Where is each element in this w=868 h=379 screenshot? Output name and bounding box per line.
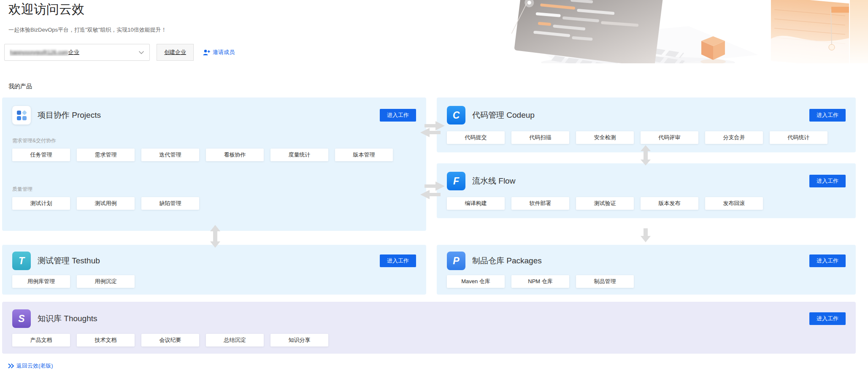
codeup-icon: C	[447, 106, 465, 125]
feature-chip[interactable]: 代码评审	[641, 131, 698, 144]
feature-chip[interactable]: 分支合并	[705, 131, 763, 144]
flow-chip-row: 编译构建软件部署测试验证版本发布发布回滚	[447, 197, 846, 210]
card-thoughts-header: S 知识库 Thoughts 进入工作	[12, 309, 846, 328]
packages-icon: P	[447, 252, 465, 270]
thoughts-enter-work-button[interactable]: 进入工作	[809, 312, 846, 325]
projects-section-label-quality: 质量管理	[12, 186, 416, 193]
double-chevron-right-icon	[8, 363, 14, 369]
feature-chip[interactable]: 版本管理	[335, 149, 393, 161]
chevron-down-icon	[138, 51, 144, 54]
feature-chip[interactable]: 用例库管理	[12, 275, 70, 288]
feature-chip[interactable]: 代码统计	[770, 131, 827, 144]
enterprise-select[interactable]: happyxxxygo@126.com企业	[4, 44, 150, 61]
feature-chip[interactable]: 测试验证	[576, 197, 634, 210]
my-products-heading: 我的产品	[8, 83, 32, 90]
feature-chip[interactable]: 测试用例	[77, 197, 135, 210]
projects-grid-icon	[12, 106, 31, 125]
feature-chip[interactable]: 制品管理	[576, 275, 634, 288]
back-link-label: 返回云效(老版)	[16, 362, 53, 370]
projects-enter-work-button[interactable]: 进入工作	[380, 109, 416, 122]
testhub-icon: T	[12, 252, 31, 270]
thoughts-icon: S	[12, 309, 31, 328]
yunxiao-welcome-page: 欢迎访问云效 一起体验BizDevOps平台，打造"双敏"组织，实现10倍效能提…	[0, 0, 868, 379]
back-to-old-version-link[interactable]: 返回云效(老版)	[8, 362, 53, 370]
feature-chip[interactable]: 安全检测	[576, 131, 634, 144]
projects-section-label-requirements: 需求管理&交付协作	[12, 137, 416, 144]
projects-quality-chip-row: 测试计划测试用例缺陷管理	[12, 197, 416, 210]
enterprise-select-value: happyxxxygo@126.com企业	[10, 49, 79, 56]
packages-chip-row: Maven 仓库NPM 仓库制品管理	[447, 275, 846, 288]
feature-chip[interactable]: 产品文档	[12, 334, 70, 347]
page-title: 欢迎访问云效	[8, 1, 84, 18]
feature-chip[interactable]: 测试计划	[12, 197, 70, 210]
card-thoughts-title: 知识库 Thoughts	[38, 313, 97, 324]
flow-enter-work-button[interactable]: 进入工作	[809, 175, 846, 187]
card-thoughts: S 知识库 Thoughts 进入工作 产品文档技术文档会议纪要总结沉淀知识分享	[2, 302, 856, 354]
testhub-chip-row: 用例库管理用例沉淀	[12, 275, 416, 288]
card-testhub: T 测试管理 Testhub 进入工作 用例库管理用例沉淀	[2, 245, 426, 295]
invite-members-link[interactable]: 邀请成员	[203, 49, 235, 56]
card-flow: F 流水线 Flow 进入工作 编译构建软件部署测试验证版本发布发布回滚	[437, 163, 856, 218]
testhub-enter-work-button[interactable]: 进入工作	[380, 254, 416, 267]
page-subtitle: 一起体验BizDevOps平台，打造"双敏"组织，实现10倍效能提升！	[8, 26, 167, 34]
invite-members-label: 邀请成员	[213, 49, 235, 56]
flow-icon: F	[447, 172, 465, 190]
packages-enter-work-button[interactable]: 进入工作	[809, 254, 846, 267]
enterprise-controls: happyxxxygo@126.com企业 创建企业 邀请成员	[4, 44, 235, 61]
thoughts-chip-row: 产品文档技术文档会议纪要总结沉淀知识分享	[12, 334, 846, 347]
feature-chip[interactable]: 看板协作	[206, 149, 264, 161]
card-testhub-header: T 测试管理 Testhub 进入工作	[12, 252, 416, 270]
feature-chip[interactable]: 代码提交	[447, 131, 505, 144]
feature-chip[interactable]: 缺陷管理	[141, 197, 199, 210]
feature-chip[interactable]: 软件部署	[511, 197, 569, 210]
codeup-chip-row: 代码提交代码扫描安全检测代码评审分支合并代码统计	[447, 131, 846, 144]
card-flow-header: F 流水线 Flow 进入工作	[447, 172, 846, 190]
card-projects: 项目协作 Projects 进入工作 需求管理&交付协作 任务管理需求管理迭代管…	[2, 97, 426, 231]
feature-chip[interactable]: Maven 仓库	[447, 275, 505, 288]
feature-chip[interactable]: 编译构建	[447, 197, 505, 210]
card-codeup-title: 代码管理 Codeup	[472, 110, 535, 121]
card-packages-title: 制品仓库 Packages	[472, 255, 542, 266]
feature-chip[interactable]: 会议纪要	[141, 334, 199, 347]
card-projects-header: 项目协作 Projects 进入工作	[12, 106, 416, 125]
feature-chip[interactable]: 代码扫描	[511, 131, 569, 144]
hero-illustration	[511, 0, 868, 63]
person-plus-icon	[203, 49, 210, 56]
codeup-enter-work-button[interactable]: 进入工作	[809, 109, 846, 122]
card-codeup: C 代码管理 Codeup 进入工作 代码提交代码扫描安全检测代码评审分支合并代…	[437, 97, 856, 152]
card-codeup-header: C 代码管理 Codeup 进入工作	[447, 106, 846, 125]
card-testhub-title: 测试管理 Testhub	[38, 255, 100, 266]
feature-chip[interactable]: 度量统计	[270, 149, 328, 161]
card-projects-title: 项目协作 Projects	[38, 110, 101, 121]
arrow-down-flow-packages	[639, 228, 652, 245]
feature-chip[interactable]: 技术文档	[77, 334, 135, 347]
feature-chip[interactable]: 迭代管理	[141, 149, 199, 161]
feature-chip[interactable]: 需求管理	[77, 149, 135, 161]
feature-chip[interactable]: NPM 仓库	[511, 275, 569, 288]
projects-requirements-chip-row: 任务管理需求管理迭代管理看板协作度量统计版本管理	[12, 149, 416, 161]
feature-chip[interactable]: 版本发布	[641, 197, 698, 210]
card-packages: P 制品仓库 Packages 进入工作 Maven 仓库NPM 仓库制品管理	[437, 245, 856, 295]
feature-chip[interactable]: 发布回滚	[705, 197, 763, 210]
feature-chip[interactable]: 总结沉淀	[206, 334, 264, 347]
feature-chip[interactable]: 用例沉淀	[77, 275, 135, 288]
create-enterprise-button[interactable]: 创建企业	[157, 44, 194, 61]
card-packages-header: P 制品仓库 Packages 进入工作	[447, 252, 846, 270]
feature-chip[interactable]: 知识分享	[270, 334, 328, 347]
card-flow-title: 流水线 Flow	[472, 176, 515, 187]
feature-chip[interactable]: 任务管理	[12, 149, 70, 161]
